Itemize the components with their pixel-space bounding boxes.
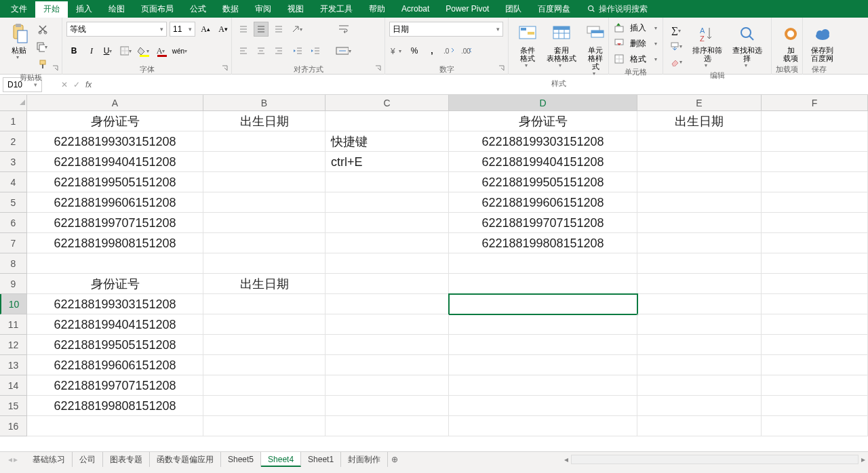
cell-E14[interactable] bbox=[637, 375, 762, 396]
cell-F13[interactable] bbox=[762, 355, 868, 375]
cell-A12[interactable]: 622188199505151208 bbox=[27, 335, 203, 355]
cell-C12[interactable] bbox=[326, 335, 449, 355]
cell-D11[interactable] bbox=[449, 314, 637, 335]
row-header-6[interactable]: 6 bbox=[0, 213, 26, 233]
sheet-tab-Sheet5[interactable]: Sheet5 bbox=[221, 452, 261, 467]
increase-indent-button[interactable] bbox=[308, 43, 323, 58]
row-header-8[interactable]: 8 bbox=[0, 253, 26, 274]
column-header-A[interactable]: A bbox=[27, 95, 203, 110]
cell-E11[interactable] bbox=[637, 314, 762, 335]
decrease-indent-button[interactable] bbox=[290, 43, 305, 58]
cell-A13[interactable]: 622188199606151208 bbox=[27, 355, 203, 375]
add-sheet-button[interactable]: ⊕ bbox=[388, 455, 401, 464]
sort-filter-button[interactable]: AZ 排序和筛选▾ bbox=[688, 22, 728, 70]
cell-A9[interactable]: 身份证号 bbox=[27, 274, 203, 294]
column-header-F[interactable]: F bbox=[762, 95, 868, 110]
cell-E8[interactable] bbox=[637, 253, 762, 274]
paste-button[interactable]: 粘贴 ▾ bbox=[4, 22, 34, 62]
row-header-14[interactable]: 14 bbox=[0, 375, 26, 396]
orientation-button[interactable]: ▾ bbox=[290, 22, 305, 37]
sheet-nav[interactable]: ◂▸ bbox=[0, 455, 26, 464]
insert-cells-button[interactable]: 插入▾ bbox=[613, 20, 660, 35]
select-all-corner[interactable] bbox=[0, 95, 27, 111]
cell-C13[interactable] bbox=[326, 355, 449, 375]
column-header-D[interactable]: D bbox=[449, 95, 637, 110]
clear-button[interactable]: ▾ bbox=[667, 54, 688, 69]
addins-button[interactable]: 加 载项 bbox=[776, 22, 806, 64]
fx-button[interactable]: fx bbox=[85, 80, 92, 89]
cell-D7[interactable]: 622188199808151208 bbox=[449, 233, 637, 253]
cell-D15[interactable] bbox=[449, 396, 637, 416]
cell-B14[interactable] bbox=[203, 375, 326, 396]
sheet-tab-图表专题[interactable]: 图表专题 bbox=[103, 452, 150, 467]
cell-D1[interactable]: 身份证号 bbox=[449, 111, 637, 131]
cell-B9[interactable]: 出生日期 bbox=[203, 274, 326, 294]
cell-F14[interactable] bbox=[762, 375, 868, 396]
tab-powerpivot[interactable]: Power Pivot bbox=[437, 0, 497, 18]
row-header-15[interactable]: 15 bbox=[0, 396, 26, 416]
cell-E1[interactable]: 出生日期 bbox=[637, 111, 762, 131]
cell-D13[interactable] bbox=[449, 355, 637, 375]
cell-C16[interactable] bbox=[326, 416, 449, 436]
cell-F5[interactable] bbox=[762, 192, 868, 213]
autosum-button[interactable]: ∑▾ bbox=[667, 23, 688, 38]
tab-help[interactable]: 帮助 bbox=[361, 0, 393, 18]
cell-F11[interactable] bbox=[762, 314, 868, 335]
cell-C9[interactable] bbox=[326, 274, 449, 294]
cell-D16[interactable] bbox=[449, 416, 637, 436]
tab-insert[interactable]: 插入 bbox=[68, 0, 100, 18]
tab-view[interactable]: 视图 bbox=[279, 0, 312, 18]
tab-home[interactable]: 开始 bbox=[35, 0, 68, 18]
italic-button[interactable]: I bbox=[84, 43, 99, 58]
cell-D5[interactable]: 622188199606151208 bbox=[449, 192, 637, 213]
cell-D2[interactable]: 622188199303151208 bbox=[449, 131, 637, 152]
cell-F2[interactable] bbox=[762, 131, 868, 152]
column-header-E[interactable]: E bbox=[637, 95, 762, 110]
cell-C11[interactable] bbox=[326, 314, 449, 335]
cell-A5[interactable]: 622188199606151208 bbox=[27, 192, 203, 213]
cell-F1[interactable] bbox=[762, 111, 868, 131]
row-header-2[interactable]: 2 bbox=[0, 131, 26, 152]
tab-file[interactable]: 文件 bbox=[3, 0, 35, 18]
row-header-1[interactable]: 1 bbox=[0, 111, 26, 131]
align-left-button[interactable] bbox=[236, 43, 251, 58]
sheet-tab-公司[interactable]: 公司 bbox=[73, 452, 103, 467]
tab-acrobat[interactable]: Acrobat bbox=[393, 0, 437, 18]
clipboard-dialog-launcher[interactable] bbox=[52, 65, 60, 73]
cell-A10[interactable]: 622188199303151208 bbox=[27, 294, 203, 314]
cell-B11[interactable] bbox=[203, 314, 326, 335]
cell-A14[interactable]: 622188199707151208 bbox=[27, 375, 203, 396]
cell-B7[interactable] bbox=[203, 233, 326, 253]
tab-baidu[interactable]: 百度网盘 bbox=[530, 0, 578, 18]
tab-formulas[interactable]: 公式 bbox=[182, 0, 214, 18]
row-header-9[interactable]: 9 bbox=[0, 274, 26, 294]
increase-font-button[interactable]: A▴ bbox=[198, 22, 213, 37]
cell-D3[interactable]: 622188199404151208 bbox=[449, 152, 637, 172]
cell-F4[interactable] bbox=[762, 172, 868, 192]
cell-C10[interactable] bbox=[326, 294, 449, 314]
align-bottom-button[interactable] bbox=[271, 22, 286, 37]
column-header-C[interactable]: C bbox=[326, 95, 449, 110]
cell-D14[interactable] bbox=[449, 375, 637, 396]
cancel-formula-button[interactable]: ✕ bbox=[61, 80, 68, 89]
format-cells-button[interactable]: 格式▾ bbox=[613, 52, 660, 66]
sheet-tab-函数专题偏应用[interactable]: 函数专题偏应用 bbox=[150, 452, 221, 467]
cell-B6[interactable] bbox=[203, 213, 326, 233]
cell-C8[interactable] bbox=[326, 253, 449, 274]
cell-F6[interactable] bbox=[762, 213, 868, 233]
align-center-button[interactable] bbox=[254, 43, 269, 58]
cell-B5[interactable] bbox=[203, 192, 326, 213]
wrap-text-button[interactable] bbox=[335, 22, 354, 37]
bold-button[interactable]: B bbox=[66, 43, 81, 58]
save-baidu-button[interactable]: 保存到 百度网 bbox=[807, 22, 837, 64]
row-header-3[interactable]: 3 bbox=[0, 152, 26, 172]
font-size-combo[interactable]: 11▾ bbox=[170, 22, 195, 37]
cell-E6[interactable] bbox=[637, 213, 762, 233]
cell-B2[interactable] bbox=[203, 131, 326, 152]
column-header-B[interactable]: B bbox=[203, 95, 326, 110]
percent-button[interactable]: % bbox=[407, 43, 422, 58]
border-button[interactable]: ▾ bbox=[119, 43, 134, 58]
row-header-11[interactable]: 11 bbox=[0, 314, 26, 335]
fill-button[interactable]: ▾ bbox=[667, 39, 688, 54]
cell-F7[interactable] bbox=[762, 233, 868, 253]
